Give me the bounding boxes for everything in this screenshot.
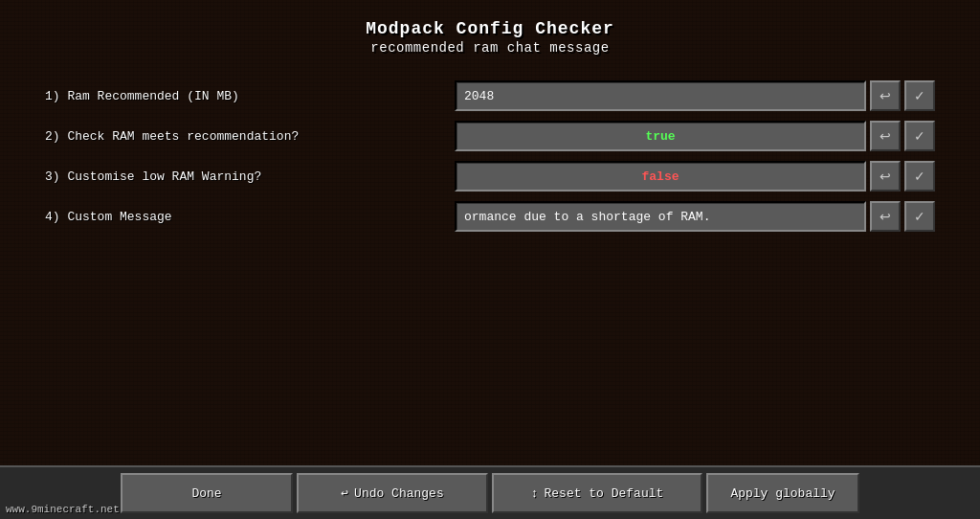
row2-field[interactable]: true (455, 121, 866, 151)
row3-input-wrapper: false ↩ ✓ (455, 161, 935, 192)
main-container: Modpack Config Checker recommended ram c… (0, 0, 980, 519)
watermark: www.9minecraft.net (6, 504, 120, 515)
page-subtitle: recommended ram chat message (366, 40, 614, 56)
config-row-3: 3) Customise low RAM Warning? false ↩ ✓ (45, 159, 935, 193)
row4-input-wrapper: ↩ ✓ (455, 201, 935, 232)
row2-input-wrapper: true ↩ ✓ (455, 121, 935, 151)
row3-undo-button[interactable]: ↩ (870, 161, 901, 192)
title-section: Modpack Config Checker recommended ram c… (366, 19, 614, 56)
row3-reset-button[interactable]: ✓ (904, 161, 935, 192)
row1-reset-button[interactable]: ✓ (904, 80, 935, 111)
row4-reset-button[interactable]: ✓ (904, 201, 935, 232)
row4-field[interactable] (455, 201, 866, 232)
config-area: 1) Ram Recommended (IN MB) ↩ ✓ 2) Check … (45, 79, 935, 234)
row4-undo-button[interactable]: ↩ (870, 201, 901, 232)
row2-undo-button[interactable]: ↩ (870, 121, 901, 151)
row2-label: 2) Check RAM meets recommendation? (45, 129, 447, 144)
row1-label: 1) Ram Recommended (IN MB) (45, 89, 447, 103)
row1-input-wrapper: ↩ ✓ (455, 80, 935, 111)
config-row-1: 1) Ram Recommended (IN MB) ↩ ✓ (45, 79, 935, 113)
config-row-2: 2) Check RAM meets recommendation? true … (45, 119, 935, 153)
row3-field[interactable]: false (455, 161, 866, 192)
row4-label: 4) Custom Message (45, 210, 447, 224)
row1-undo-button[interactable]: ↩ (870, 80, 901, 111)
row2-reset-button[interactable]: ✓ (904, 121, 935, 151)
config-row-4: 4) Custom Message ↩ ✓ (45, 199, 935, 234)
row3-label: 3) Customise low RAM Warning? (45, 169, 447, 184)
page-title: Modpack Config Checker (366, 19, 614, 38)
row1-field[interactable] (455, 80, 866, 111)
